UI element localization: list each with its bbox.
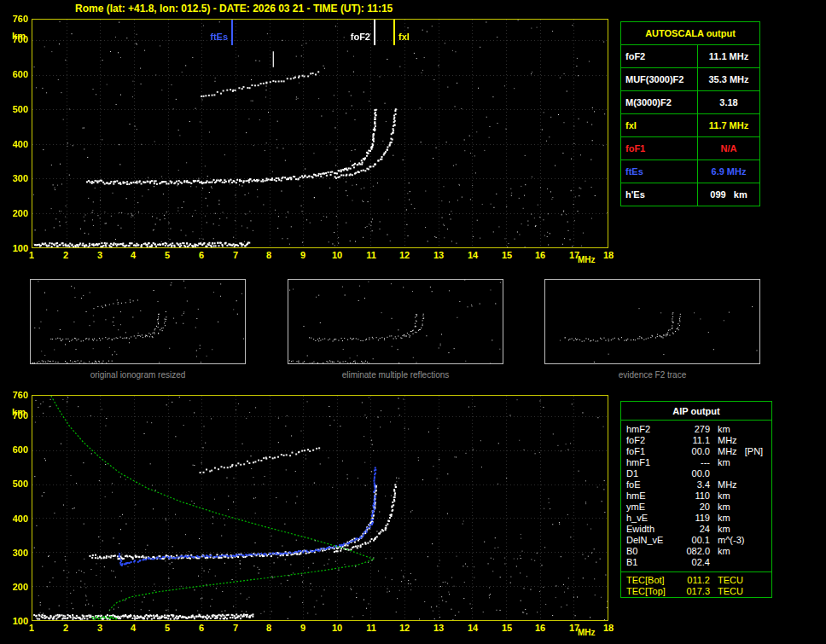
aip-row: TEC[Bot]011.2TECU bbox=[621, 575, 771, 586]
aip-table-title: AIP output bbox=[621, 402, 771, 421]
aip-row-value: 00.0 bbox=[678, 446, 710, 457]
aip-row-name: foE bbox=[621, 479, 678, 490]
aip-row-unit: TECU bbox=[710, 575, 771, 586]
x-tick-label: 1 bbox=[22, 250, 41, 260]
autoscala-row-label: MUF(3000)F2 bbox=[621, 68, 698, 90]
autoscala-table-body: foF211.1 MHzMUF(3000)F235.3 MHzM(3000)F2… bbox=[621, 45, 759, 206]
aip-row: foF100.0MHz [PN] bbox=[621, 446, 771, 457]
aip-row: DelN_vE00.1m^(-3) bbox=[621, 535, 771, 546]
x-tick-label: 15 bbox=[497, 250, 516, 260]
autoscala-row: ftEs6.9 MHz bbox=[621, 160, 759, 183]
x-tick-label: 4 bbox=[124, 250, 143, 260]
aip-row: B0082.0km bbox=[621, 546, 771, 557]
x-tick-label: 12 bbox=[395, 623, 414, 633]
x-tick-label: 8 bbox=[259, 250, 278, 260]
aip-row-value: 20 bbox=[678, 502, 710, 513]
aip-row-name: hmF2 bbox=[621, 424, 678, 435]
aip-row: D100.0 bbox=[621, 468, 771, 479]
page: Rome (lat: +41.8, lon: 012.5) - DATE: 20… bbox=[0, 0, 826, 644]
x-tick-label: 1 bbox=[22, 623, 41, 633]
fof2-marker-label: foF2 bbox=[336, 32, 370, 42]
autoscala-row-value: 35.3 MHz bbox=[698, 68, 759, 90]
autoscala-row: fxI11.7 MHz bbox=[621, 113, 759, 136]
x-tick-label: 2 bbox=[56, 623, 75, 633]
y-tick-label: 200 bbox=[3, 582, 28, 592]
thumb-original-caption: original ionogram resized bbox=[30, 370, 246, 380]
aip-row-unit: km bbox=[710, 513, 771, 524]
aip-row-name: TEC[Top] bbox=[621, 586, 678, 597]
x-tick-label: 7 bbox=[226, 250, 245, 260]
aip-row-unit: TECU bbox=[710, 586, 771, 597]
page-title: Rome (lat: +41.8, lon: 012.5) - DATE: 20… bbox=[75, 3, 393, 15]
autoscala-row-value: 3.18 bbox=[698, 91, 759, 113]
aip-row-name: hmE bbox=[621, 490, 678, 502]
aip-row-value: 00.0 bbox=[678, 468, 710, 479]
x-tick-label: 5 bbox=[158, 250, 177, 260]
y-tick-label: 600 bbox=[3, 444, 28, 455]
thumb-original-canvas bbox=[31, 280, 245, 363]
y-tick-label: 200 bbox=[3, 208, 28, 218]
y-tick-label: 760 bbox=[3, 14, 28, 24]
aip-row-name: ymE bbox=[621, 502, 678, 513]
thumb-f2trace-caption: evidence F2 trace bbox=[544, 370, 760, 380]
y-tick-label: 500 bbox=[3, 104, 28, 114]
aip-row-unit: km bbox=[710, 424, 771, 435]
x-tick-label: 3 bbox=[90, 250, 109, 260]
y-tick-label: 500 bbox=[3, 479, 28, 489]
fxi-marker-line bbox=[393, 20, 395, 45]
autoscala-row-label: M(3000)F2 bbox=[621, 91, 698, 113]
autoscala-row-label: h'Es bbox=[621, 183, 698, 206]
x-tick-label: 6 bbox=[192, 250, 211, 260]
x-tick-label: 10 bbox=[328, 250, 346, 260]
aip-row-unit: km bbox=[710, 502, 771, 513]
aip-row-value: 017.3 bbox=[678, 586, 710, 597]
autoscala-row: foF211.1 MHz bbox=[621, 45, 759, 67]
x-tick-label: 6 bbox=[192, 623, 211, 633]
aip-row-value: 3.4 bbox=[678, 479, 710, 490]
y-tick-label: 700 bbox=[3, 34, 28, 44]
aip-row-unit: km bbox=[710, 546, 771, 557]
autoscala-row-value: 099 km bbox=[698, 183, 759, 206]
aip-row-unit bbox=[710, 557, 771, 568]
autoscala-row-value: 11.7 MHz bbox=[698, 114, 759, 136]
x-tick-label: 17 bbox=[565, 250, 584, 260]
autoscala-row: h'Es099 km bbox=[621, 183, 759, 206]
ftes-marker-label: ftEs bbox=[194, 32, 228, 42]
x-tick-label: 7 bbox=[226, 623, 245, 633]
autoscala-row: M(3000)F23.18 bbox=[621, 90, 759, 113]
aip-table-body: hmF2279kmfoF211.1MHzfoF100.0MHz [PN]hmF1… bbox=[621, 421, 771, 597]
x-tick-label: 10 bbox=[328, 623, 346, 633]
x-tick-label: 4 bbox=[124, 623, 143, 633]
aip-row-value: 24 bbox=[678, 524, 710, 535]
autoscala-row: MUF(3000)F235.3 MHz bbox=[621, 67, 759, 90]
y-tick-label: 600 bbox=[3, 69, 28, 79]
autoscala-row-label: fxI bbox=[621, 114, 698, 136]
aip-row: foF211.1MHz bbox=[621, 435, 771, 446]
aip-row-value: 279 bbox=[678, 424, 710, 435]
aip-row: foE3.4MHz bbox=[621, 479, 771, 490]
autoscala-row-value: 6.9 MHz bbox=[698, 160, 759, 183]
aip-row-unit: MHz [PN] bbox=[710, 446, 771, 457]
aip-row-name: foF2 bbox=[621, 435, 678, 446]
autoscala-row-label: ftEs bbox=[621, 160, 698, 183]
x-tick-label: 13 bbox=[429, 250, 448, 260]
thumb-multiples-canvas bbox=[288, 280, 503, 363]
autoscala-row-label: foF2 bbox=[621, 45, 698, 67]
x-tick-label: 16 bbox=[531, 250, 550, 260]
x-tick-label: 9 bbox=[294, 250, 312, 260]
thumb-f2trace-canvas bbox=[545, 280, 759, 363]
x-tick-label: 14 bbox=[463, 623, 482, 633]
ftes-marker-line bbox=[231, 20, 233, 45]
autoscala-table-title: AUTOSCALA output bbox=[621, 22, 759, 45]
autoscala-row-value: 11.1 MHz bbox=[698, 45, 759, 67]
aip-row: hmF1---km bbox=[621, 457, 771, 468]
ionogram-top-canvas bbox=[32, 20, 608, 247]
aip-row-name: TEC[Bot] bbox=[621, 575, 678, 586]
aip-row-unit bbox=[710, 468, 771, 479]
aip-row-value: 011.2 bbox=[678, 575, 710, 586]
aip-row-value: 00.1 bbox=[678, 535, 710, 546]
autoscala-row: foF1N/A bbox=[621, 136, 759, 160]
aip-row: hmE110km bbox=[621, 490, 771, 502]
thumb-multiples-caption: eliminate multiple reflections bbox=[288, 370, 503, 380]
x-tick-label: 14 bbox=[463, 250, 482, 260]
